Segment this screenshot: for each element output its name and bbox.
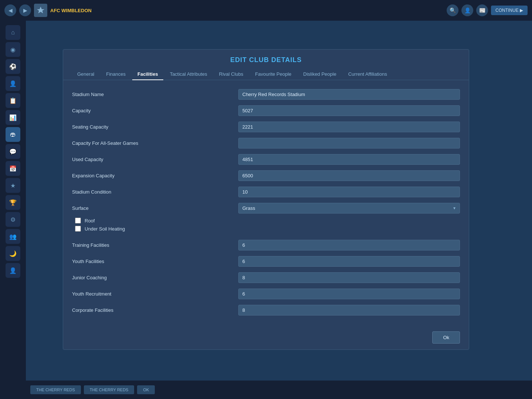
bottom-status-1[interactable]: THE CHERRY REDS <box>30 385 81 394</box>
capacity-all-seater-input[interactable] <box>238 138 460 149</box>
seating-capacity-label: Seating Capacity <box>72 124 238 130</box>
stadium-name-input[interactable] <box>238 89 460 100</box>
dialog-body: Stadium Name Capacity Seating Capacity C… <box>63 80 469 327</box>
tab-affiliations[interactable]: Current Affiliations <box>343 68 392 80</box>
sidebar-news[interactable]: 💬 <box>6 144 20 159</box>
stadium-condition-label: Stadium Condition <box>72 189 238 195</box>
training-facilities-input[interactable] <box>238 240 460 250</box>
stadium-name-row: Stadium Name <box>72 88 460 101</box>
used-capacity-label: Used Capacity <box>72 157 238 162</box>
junior-coaching-input[interactable] <box>238 272 460 283</box>
youth-recruitment-row: Youth Recruitment <box>72 287 460 300</box>
used-capacity-input[interactable] <box>238 154 460 165</box>
sidebar-calendar[interactable]: 📅 <box>6 161 20 176</box>
corporate-facilities-label: Corporate Facilities <box>72 307 238 313</box>
roof-checkbox[interactable] <box>75 218 81 224</box>
top-nav: ◀ ▶ AFC WIMBLEDON 🔍 👤 📰 CONTINUE ▶ <box>0 0 532 21</box>
tab-favourite[interactable]: Favourite People <box>250 68 297 80</box>
seating-capacity-row: Seating Capacity <box>72 120 460 133</box>
ok-button[interactable]: Ok <box>432 331 460 344</box>
corporate-facilities-input[interactable] <box>238 305 460 316</box>
sidebar-profile[interactable]: 👤 <box>6 263 20 278</box>
surface-select[interactable]: Grass Artificial Hybrid <box>238 203 460 214</box>
search-icon[interactable]: 🔍 <box>447 4 458 16</box>
sidebar-players[interactable]: 👤 <box>6 76 20 91</box>
tab-disliked[interactable]: Disliked People <box>298 68 342 80</box>
news-icon[interactable]: 📰 <box>476 4 488 16</box>
sidebar-stadium[interactable]: 🏟 <box>6 127 20 142</box>
profile-icon[interactable]: 👤 <box>461 4 473 16</box>
capacity-all-seater-label: Capacity For All-Seater Games <box>72 140 238 146</box>
expansion-capacity-label: Expansion Capacity <box>72 173 238 178</box>
forward-button[interactable]: ▶ <box>19 4 31 16</box>
seating-capacity-input[interactable] <box>238 122 460 132</box>
roof-label: Roof <box>85 218 95 224</box>
roof-row: Roof <box>72 218 460 224</box>
stadium-condition-input[interactable] <box>238 187 460 197</box>
sidebar-overview[interactable]: ◉ <box>6 42 20 57</box>
training-facilities-label: Training Facilities <box>72 242 238 248</box>
dialog-header: EDIT CLUB DETAILS <box>63 50 469 64</box>
club-name: AFC WIMBLEDON <box>50 8 444 13</box>
sidebar-tactics[interactable]: 📋 <box>6 93 20 108</box>
youth-recruitment-input[interactable] <box>238 289 460 299</box>
surface-select-wrapper: Grass Artificial Hybrid <box>238 203 460 214</box>
capacity-all-seater-row: Capacity For All-Seater Games <box>72 136 460 150</box>
sidebar-stats[interactable]: 📊 <box>6 110 20 125</box>
surface-row: Surface Grass Artificial Hybrid <box>72 201 460 215</box>
left-sidebar: ⌂ ◉ ⚽ 👤 📋 📊 🏟 💬 📅 ★ 🏆 ⚙ 👥 🌙 👤 <box>0 21 26 399</box>
back-button[interactable]: ◀ <box>4 4 16 16</box>
edit-club-dialog: EDIT CLUB DETAILS General Finances Facil… <box>63 49 469 350</box>
tab-tactical[interactable]: Tactical Attributes <box>165 68 212 80</box>
capacity-label: Capacity <box>72 108 238 113</box>
youth-recruitment-label: Youth Recruitment <box>72 291 238 297</box>
sidebar-staff[interactable]: 👥 <box>6 229 20 244</box>
bottom-status-3[interactable]: OK <box>137 385 155 394</box>
expansion-capacity-row: Expansion Capacity <box>72 169 460 182</box>
stadium-condition-row: Stadium Condition <box>72 185 460 198</box>
youth-facilities-input[interactable] <box>238 256 460 267</box>
separator <box>72 234 460 238</box>
bottom-bar: THE CHERRY REDS THE CHERRY REDS OK <box>26 381 532 399</box>
youth-facilities-row: Youth Facilities <box>72 255 460 268</box>
club-badge <box>34 4 47 17</box>
dialog-tabs: General Finances Facilities Tactical Att… <box>63 64 469 80</box>
expansion-capacity-input[interactable] <box>238 170 460 181</box>
under-soil-heating-row: Under Soil Heating <box>72 226 460 232</box>
nav-right: 🔍 👤 📰 CONTINUE ▶ <box>447 4 528 16</box>
tab-finances[interactable]: Finances <box>101 68 131 80</box>
under-soil-heating-label: Under Soil Heating <box>85 226 125 232</box>
corporate-facilities-row: Corporate Facilities <box>72 303 460 317</box>
junior-coaching-row: Junior Coaching <box>72 271 460 284</box>
tab-facilities[interactable]: Facilities <box>132 68 163 80</box>
tab-general[interactable]: General <box>72 68 99 80</box>
sidebar-football[interactable]: ⚽ <box>6 59 20 74</box>
sidebar-favourites[interactable]: ★ <box>6 178 20 193</box>
sidebar-trophies[interactable]: 🏆 <box>6 195 20 210</box>
capacity-row: Capacity <box>72 104 460 117</box>
sidebar-home[interactable]: ⌂ <box>6 25 20 40</box>
under-soil-heating-checkbox[interactable] <box>75 226 81 232</box>
junior-coaching-label: Junior Coaching <box>72 275 238 280</box>
surface-label: Surface <box>72 205 238 211</box>
stadium-name-label: Stadium Name <box>72 92 238 97</box>
continue-button[interactable]: CONTINUE ▶ <box>491 6 528 15</box>
capacity-input[interactable] <box>238 105 460 116</box>
sidebar-settings[interactable]: ⚙ <box>6 212 20 227</box>
dialog-footer: Ok <box>63 327 469 349</box>
sidebar-sleep[interactable]: 🌙 <box>6 246 20 261</box>
youth-facilities-label: Youth Facilities <box>72 259 238 264</box>
bottom-status-2[interactable]: THE CHERRY REDS <box>84 385 134 394</box>
training-facilities-row: Training Facilities <box>72 238 460 252</box>
used-capacity-row: Used Capacity <box>72 153 460 166</box>
dialog-title: EDIT CLUB DETAILS <box>230 56 302 64</box>
tab-rival[interactable]: Rival Clubs <box>214 68 249 80</box>
